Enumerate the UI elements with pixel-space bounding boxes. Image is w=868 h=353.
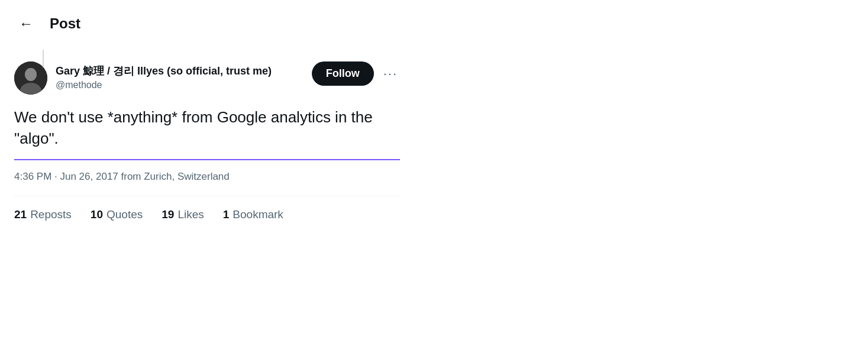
divider-1 [14, 196, 400, 196]
header-actions: Follow ··· [312, 61, 400, 86]
post-area: Gary 鯨理 / 경리 Illyes (so official, trust … [14, 50, 400, 221]
post-header: Gary 鯨理 / 경리 Illyes (so official, trust … [14, 57, 400, 95]
username: @methode [56, 79, 272, 92]
page-title: Post [50, 15, 80, 32]
follow-button[interactable]: Follow [312, 61, 374, 86]
post-text: We don't use *anything* from Google anal… [14, 106, 400, 150]
more-options-button[interactable]: ··· [381, 64, 400, 84]
post-content: We don't use *anything* from Google anal… [14, 106, 400, 150]
post-timestamp: 4:36 PM · Jun 26, 2017 from Zurich, Swit… [14, 170, 400, 184]
quotes-stat[interactable]: 10 Quotes [91, 208, 143, 221]
page-container: ← Post [0, 0, 414, 233]
bookmark-label: Bookmark [233, 208, 283, 221]
likes-label: Likes [178, 208, 204, 221]
svg-point-3 [25, 68, 37, 81]
quotes-count: 10 [91, 208, 103, 221]
purple-underline [14, 159, 400, 160]
reposts-label: Reposts [30, 208, 72, 221]
bookmark-count: 1 [223, 208, 230, 221]
bookmark-stat[interactable]: 1 Bookmark [223, 208, 283, 221]
back-arrow-icon: ← [19, 15, 33, 32]
thread-line [43, 50, 44, 67]
engagement-stats: 21 Reposts 10 Quotes 19 Likes 1 Bookmark [14, 208, 400, 221]
likes-stat[interactable]: 19 Likes [162, 208, 204, 221]
page-header: ← Post [14, 12, 400, 35]
likes-count: 19 [162, 208, 174, 221]
back-button[interactable]: ← [14, 12, 38, 35]
reposts-stat[interactable]: 21 Reposts [14, 208, 72, 221]
quotes-label: Quotes [107, 208, 143, 221]
reposts-count: 21 [14, 208, 27, 221]
display-name: Gary 鯨理 / 경리 Illyes (so official, trust … [56, 64, 272, 78]
user-text: Gary 鯨理 / 경리 Illyes (so official, trust … [56, 64, 272, 92]
user-info: Gary 鯨理 / 경리 Illyes (so official, trust … [14, 61, 272, 95]
